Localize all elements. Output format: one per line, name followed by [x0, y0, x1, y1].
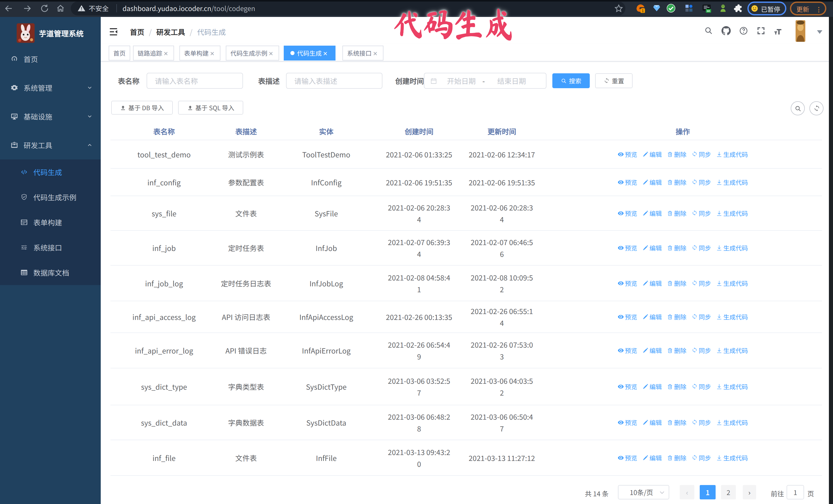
svg-text:on: on: [707, 9, 710, 13]
svg-text:1: 1: [642, 8, 644, 13]
